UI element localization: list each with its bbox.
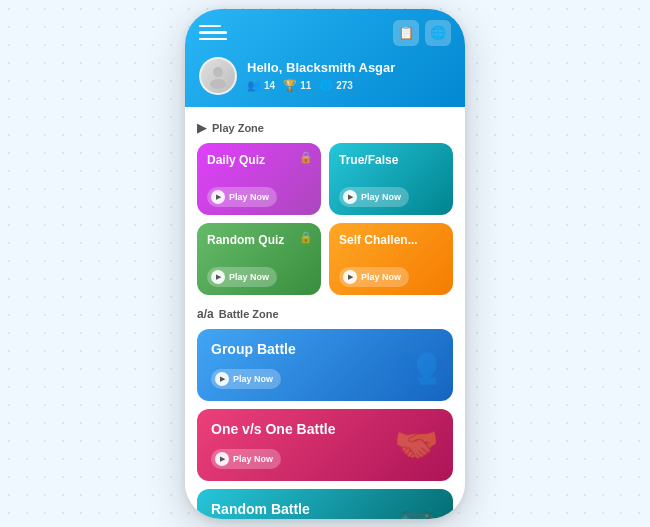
- self-challenge-card[interactable]: Self Challen... ▶ Play Now: [329, 223, 453, 295]
- random-quiz-play-label: Play Now: [229, 272, 269, 282]
- header: 📋 🌐 Hello, Blacksmith Asgar 👥 14: [185, 9, 465, 107]
- stat-followers-value: 14: [264, 80, 275, 91]
- play-circle-icon: ▶: [343, 270, 357, 284]
- daily-quiz-play-label: Play Now: [229, 192, 269, 202]
- true-false-play-btn[interactable]: ▶ Play Now: [339, 187, 409, 207]
- one-vs-one-play-btn[interactable]: ▶ Play Now: [211, 449, 281, 469]
- play-zone-text: Play Zone: [212, 122, 264, 134]
- lock-icon: 🔒: [299, 231, 313, 244]
- play-circle-icon: ▶: [343, 190, 357, 204]
- true-false-title: True/False: [339, 153, 443, 167]
- one-vs-one-play-label: Play Now: [233, 454, 273, 464]
- battle-zone-label: a/a Battle Zone: [197, 307, 453, 321]
- battle-zone-icon: a/a: [197, 307, 214, 321]
- play-circle-icon: ▶: [211, 270, 225, 284]
- stat-points-value: 273: [336, 80, 353, 91]
- menu-icon[interactable]: [199, 19, 227, 47]
- random-quiz-card[interactable]: Random Quiz 🔒 ▶ Play Now: [197, 223, 321, 295]
- self-challenge-title: Self Challen...: [339, 233, 443, 247]
- svg-point-0: [213, 67, 223, 77]
- true-false-card[interactable]: True/False ▶ Play Now: [329, 143, 453, 215]
- bookmark-icon-btn[interactable]: 📋: [393, 20, 419, 46]
- play-zone-grid: Daily Quiz 🔒 ▶ Play Now True/False ▶ Pla…: [197, 143, 453, 295]
- avatar: [199, 57, 237, 95]
- group-battle-play-btn[interactable]: ▶ Play Now: [211, 369, 281, 389]
- one-vs-one-icon: 🤝: [394, 427, 439, 463]
- stat-followers: 👥 14: [247, 79, 275, 92]
- one-vs-one-card[interactable]: One v/s One Battle ▶ Play Now 🤝: [197, 409, 453, 481]
- group-battle-play-label: Play Now: [233, 374, 273, 384]
- greeting-text: Hello, Blacksmith Asgar: [247, 60, 451, 75]
- daily-quiz-card[interactable]: Daily Quiz 🔒 ▶ Play Now: [197, 143, 321, 215]
- daily-quiz-play-btn[interactable]: ▶ Play Now: [207, 187, 277, 207]
- self-challenge-play-label: Play Now: [361, 272, 401, 282]
- translate-icon-btn[interactable]: 🌐: [425, 20, 451, 46]
- stat-points: 🌐 273: [319, 79, 353, 92]
- random-battle-icon: 🎮: [394, 507, 439, 519]
- phone-frame: 📋 🌐 Hello, Blacksmith Asgar 👥 14: [185, 9, 465, 519]
- true-false-play-label: Play Now: [361, 192, 401, 202]
- random-quiz-play-btn[interactable]: ▶ Play Now: [207, 267, 277, 287]
- play-circle-icon: ▶: [215, 372, 229, 386]
- header-icons: 📋 🌐: [393, 20, 451, 46]
- battle-zone-cards: Group Battle ▶ Play Now 👥 One v/s One Ba…: [197, 329, 453, 519]
- globe-icon: 🌐: [319, 79, 333, 92]
- followers-icon: 👥: [247, 79, 261, 92]
- stat-trophies: 🏆 11: [283, 79, 311, 92]
- user-row: Hello, Blacksmith Asgar 👥 14 🏆 11 🌐 273: [199, 57, 451, 95]
- play-circle-icon: ▶: [215, 452, 229, 466]
- user-info: Hello, Blacksmith Asgar 👥 14 🏆 11 🌐 273: [247, 60, 451, 92]
- play-zone-icon: ▶: [197, 121, 206, 135]
- header-top: 📋 🌐: [199, 19, 451, 47]
- random-quiz-title: Random Quiz: [207, 233, 311, 247]
- self-challenge-play-btn[interactable]: ▶ Play Now: [339, 267, 409, 287]
- group-battle-card[interactable]: Group Battle ▶ Play Now 👥: [197, 329, 453, 401]
- play-circle-icon: ▶: [211, 190, 225, 204]
- lock-icon: 🔒: [299, 151, 313, 164]
- daily-quiz-title: Daily Quiz: [207, 153, 311, 167]
- stats-row: 👥 14 🏆 11 🌐 273: [247, 79, 451, 92]
- group-battle-icon: 👥: [394, 347, 439, 383]
- main-content: ▶ Play Zone Daily Quiz 🔒 ▶ Play Now True…: [185, 107, 465, 519]
- svg-point-1: [210, 79, 226, 89]
- trophy-icon: 🏆: [283, 79, 297, 92]
- random-battle-card[interactable]: Random Battle ▶ Play Now 🎮: [197, 489, 453, 519]
- play-zone-label: ▶ Play Zone: [197, 121, 453, 135]
- battle-zone-text: Battle Zone: [219, 308, 279, 320]
- stat-trophies-value: 11: [300, 80, 311, 91]
